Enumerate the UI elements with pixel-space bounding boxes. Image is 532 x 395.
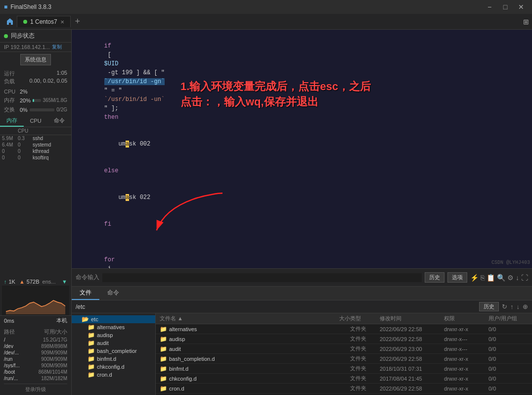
swap-progress-bar	[30, 108, 54, 111]
sync-label: 同步状态	[11, 32, 35, 40]
tree-item-audisp[interactable]: 📁 audisp	[72, 331, 155, 339]
new-folder-icon[interactable]: ⊕	[523, 303, 528, 310]
term-line: if [ $UID -gt 199 ] && [ " `/usr/bin/id …	[76, 33, 528, 131]
uptime-value: 1:05	[57, 70, 67, 77]
cmd-input-field[interactable]	[102, 273, 422, 282]
upload-icon[interactable]: ↑	[510, 303, 514, 310]
paste-icon[interactable]: 📋	[487, 274, 495, 282]
lightning-icon[interactable]: ⚡	[470, 274, 479, 282]
folder-icon: 📁	[160, 336, 167, 343]
session-tab[interactable]: 1 Centos7 ✕	[17, 16, 71, 27]
term-line: else	[76, 157, 528, 184]
tree-item-binfmt[interactable]: 📁 binfmt.d	[72, 355, 155, 363]
options-button[interactable]: 选项	[447, 272, 467, 283]
file-toolbar: /etc 历史 ↻ ↑ ↓ ⊕	[72, 300, 532, 313]
folder-icon: 📁	[88, 371, 95, 378]
net-interface: ens...	[43, 279, 56, 285]
panel-tab-files[interactable]: 文件	[72, 287, 99, 300]
tab-close-button[interactable]: ✕	[60, 19, 64, 25]
mem-percent: 20%	[20, 98, 31, 103]
term-line: umask 002	[76, 131, 528, 157]
cmd-toolbar-icons: ⚡ ⎘ 📋 🔍 ⚙ ↓ ⛶	[470, 274, 528, 282]
cpu-value: 2%	[20, 89, 28, 95]
tree-item-alternatives[interactable]: 📁 alternatives	[72, 323, 155, 331]
sparkline-chart	[2, 286, 69, 315]
cmd-input-bar: 命令输入 历史 选项 ⚡ ⎘ 📋 🔍 ⚙ ↓ ⛶	[72, 268, 532, 286]
sidebar-tab-cmd[interactable]: 命令	[47, 115, 71, 127]
close-button[interactable]: ✕	[514, 1, 528, 12]
file-row[interactable]: 📁bash_completion.d 文件夹 2022/06/29 22:58 …	[156, 354, 532, 364]
swap-label: 交换	[4, 106, 18, 113]
mem-metric: 内存 20% 365M/1.8G	[0, 96, 71, 105]
folder-icon: 📁	[88, 324, 95, 331]
tab-grid-button[interactable]: ⊞	[523, 18, 529, 26]
latency-value: 0ms	[4, 318, 14, 324]
sidebar: 同步状态 IP 192.168.142.1... 复制 系统信息 运行 1:05…	[0, 30, 72, 395]
copy-ip-button[interactable]: 复制	[52, 44, 62, 50]
refresh-icon[interactable]: ↻	[502, 303, 507, 310]
fs-row: /dev/... 909M/909M	[0, 349, 71, 356]
watermark: CSDN @LYHJ403	[491, 259, 530, 266]
term-line	[76, 238, 528, 247]
sidebar-tab-cpu[interactable]: CPU	[24, 116, 47, 126]
folder-icon: 📁	[88, 363, 95, 370]
home-tab[interactable]	[3, 15, 17, 29]
copy-icon[interactable]: ⎘	[481, 274, 485, 282]
new-tab-button[interactable]: +	[71, 15, 85, 29]
filesystem-section: 路径 可用/大小 / 15.2G/17G /dev 898M/898M /dev…	[0, 327, 71, 382]
file-tree: 📂 etc 📁 alternatives 📁 audisp 📁 audit	[72, 313, 156, 395]
file-list-header: 文件名 ▲ 大小 类型 修改时间 权限 用户/用户组	[156, 313, 532, 324]
file-row[interactable]: 📁audit 文件夹 2022/06/29 23:00 drwxr-x--- 0…	[156, 344, 532, 354]
load-label: 负载	[4, 78, 15, 85]
sidebar-tab-mem[interactable]: 内存	[0, 115, 24, 127]
download-icon[interactable]: ↓	[516, 274, 519, 282]
app-title: FinalShell 3.8.3	[10, 3, 51, 10]
file-history-button[interactable]: 历史	[479, 302, 499, 311]
col-header-type: 类型	[350, 315, 380, 322]
file-row[interactable]: 📁chkconfig.d 文件夹 2017/08/04 21:45 drwxr-…	[156, 374, 532, 384]
login-link[interactable]: 登录/升级	[4, 384, 67, 393]
minimize-button[interactable]: −	[483, 1, 496, 12]
swap-metric: 交换 0% 0/2G	[0, 105, 71, 114]
mem-progress-fill	[33, 99, 34, 102]
net-up-value: 1K	[9, 279, 15, 285]
process-row: 5.9M 0.3 sshd	[0, 135, 71, 142]
file-row[interactable]: 📁cron.d 文件夹 2022/06/29 22:58 drwxr-xr-x …	[156, 384, 532, 394]
cpu-metric: CPU 2%	[0, 88, 71, 96]
maximize-button[interactable]: □	[498, 1, 512, 12]
fs-header: 路径 可用/大小	[0, 327, 71, 337]
term-line: for i in /etc/profile.d/*.sh /etc/profil…	[76, 247, 528, 268]
titlebar: ■ FinalShell 3.8.3 − □ ✕	[0, 0, 532, 14]
sys-info-button[interactable]: 系统信息	[20, 54, 51, 65]
sync-status-dot	[4, 34, 8, 38]
net-down-icon: ▲	[19, 279, 25, 285]
tree-item-cron[interactable]: 📁 cron.d	[72, 371, 155, 379]
file-row[interactable]: 📁audisp 文件夹 2022/06/29 22:58 drwxr-x--- …	[156, 334, 532, 344]
terminal[interactable]: if [ $UID -gt 199 ] && [ " `/usr/bin/id …	[72, 30, 532, 268]
process-row: 0 0 ksoftirq	[0, 154, 71, 161]
file-row[interactable]: 📁binfmt.d 文件夹 2018/10/31 07:31 drwxr-xr-…	[156, 364, 532, 374]
net-upload-row: ↑ 1K ▲ 572B ens... ▼	[0, 278, 71, 286]
panel-tab-commands[interactable]: 命令	[99, 287, 127, 300]
tab-status-dot	[23, 20, 27, 24]
net-expand-icon[interactable]: ▼	[62, 279, 67, 285]
tree-item-audit[interactable]: 📁 audit	[72, 339, 155, 347]
local-label: 本机	[56, 317, 67, 324]
tree-item-etc[interactable]: 📂 etc	[72, 315, 155, 323]
file-row[interactable]: 📁alternatives 文件夹 2022/06/29 22:58 drwxr…	[156, 324, 532, 334]
load-value: 0.00, 0.02, 0.05	[30, 78, 67, 85]
fs-row: /dev 898M/898M	[0, 343, 71, 349]
fs-path-header: 路径	[4, 328, 35, 336]
process-header: CPU	[0, 127, 71, 135]
search-icon[interactable]: 🔍	[497, 274, 505, 282]
folder-icon: 📁	[160, 365, 167, 372]
tree-item-bash[interactable]: 📁 bash_completior	[72, 347, 155, 355]
fullscreen-icon[interactable]: ⛶	[521, 274, 528, 282]
col-header-date: 修改时间	[380, 315, 444, 322]
settings-icon[interactable]: ⚙	[507, 274, 514, 282]
tree-item-chkconfig[interactable]: 📁 chkconfig.d	[72, 363, 155, 371]
history-button[interactable]: 历史	[425, 272, 444, 283]
col-header-name: 文件名 ▲	[160, 315, 320, 322]
folder-icon: 📁	[160, 355, 167, 362]
download-file-icon[interactable]: ↓	[517, 303, 520, 310]
